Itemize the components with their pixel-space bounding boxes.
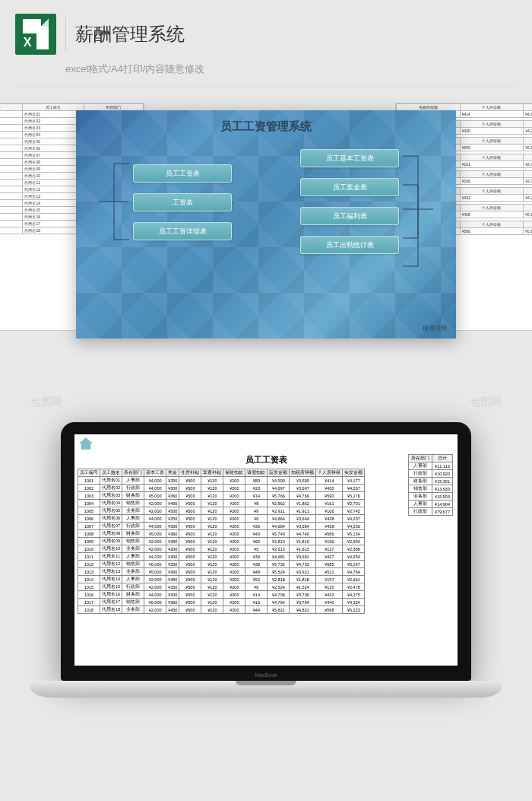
- nav-node[interactable]: 员工基本工资表: [300, 149, 399, 167]
- subtitle: excel格式/A4打印/内容随意修改: [0, 62, 532, 84]
- system-panel: 员工工资管理系统 员工工资表工资条员工工资详情表 员工基本工资表员工奖金表员工福…: [76, 110, 456, 339]
- salary-table: 员工编号员工姓名所在部门基本工资奖金住房补贴车费补贴保险扣款请假扣款应发金额扣税…: [78, 469, 365, 614]
- nav-node[interactable]: 员工出勤统计表: [300, 236, 399, 254]
- sheet-title: 员工工资表: [74, 453, 458, 467]
- summary-table: 所在部门总计人事部¥11,116行政部¥10,920财务部¥15,301销售部¥…: [408, 454, 453, 516]
- panel-title: 员工工资管理系统: [76, 110, 456, 149]
- nav-node[interactable]: 员工工资详情表: [133, 222, 232, 240]
- divider: [65, 17, 66, 51]
- preview-area: 员工编号员工姓名所在部门1001代用名01人事部1002代用名02行政部1003…: [0, 103, 532, 377]
- nav-node[interactable]: 工资条: [133, 193, 232, 211]
- laptop-label: MacBook: [255, 672, 277, 678]
- laptop: 员工工资表 员工编号员工姓名所在部门基本工资奖金住房补贴车费补贴保险扣款请假扣款…: [30, 422, 502, 698]
- hr: [15, 87, 517, 87]
- watermark: 包图网: [470, 396, 502, 409]
- nav-node[interactable]: 员工工资表: [133, 164, 232, 183]
- nav-node[interactable]: 员工福利表: [300, 207, 399, 225]
- laptop-base: [30, 681, 502, 698]
- nav-node[interactable]: 员工奖金表: [300, 178, 399, 196]
- use-label: 使用说明: [423, 324, 447, 332]
- home-icon[interactable]: [79, 437, 93, 450]
- excel-icon: X: [15, 14, 56, 55]
- page-title: 薪酬管理系统: [75, 22, 185, 46]
- watermark: 包图网: [30, 396, 62, 409]
- page-header: X 薪酬管理系统: [0, 0, 532, 62]
